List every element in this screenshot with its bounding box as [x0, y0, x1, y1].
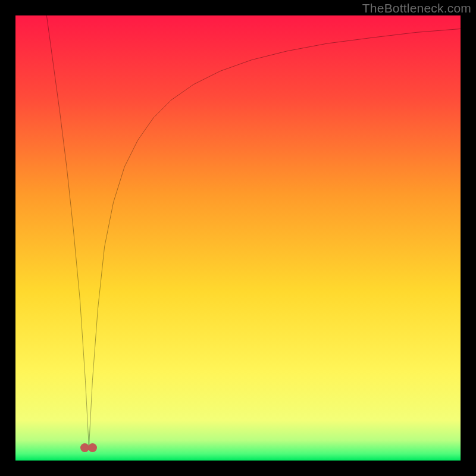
watermark-text: TheBottleneck.com [362, 1, 471, 15]
curve-left-branch [46, 15, 89, 447]
optimum-marker [80, 443, 97, 452]
marker-lobe [88, 443, 97, 452]
curve-right-branch [89, 29, 461, 447]
bottleneck-curve [15, 15, 461, 461]
chart-frame: TheBottleneck.com [0, 0, 476, 476]
plot-area [15, 15, 461, 461]
